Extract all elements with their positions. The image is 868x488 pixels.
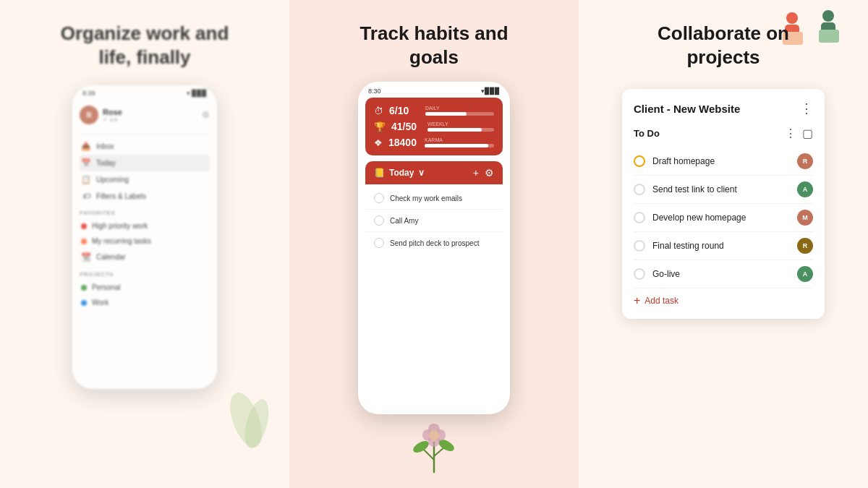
svg-rect-17 bbox=[819, 30, 839, 43]
sidebar-item-filters[interactable]: 🏷 Filters & Labels bbox=[80, 188, 210, 204]
karma-daily-row: ⏱ 6/10 DAILY bbox=[374, 105, 494, 116]
task-label-send: Send test link to client bbox=[652, 184, 737, 194]
task-card-left-4: Go-live bbox=[634, 268, 680, 280]
task-label-testing: Final testing round bbox=[652, 241, 724, 251]
project-task-2[interactable]: Develop new homepage M bbox=[634, 204, 813, 232]
user-sub: ✓ 1/4 bbox=[103, 116, 122, 123]
project-title: Client - New Website bbox=[634, 103, 740, 115]
task-avatar-3: R bbox=[797, 238, 813, 254]
task-circle-0 bbox=[374, 193, 384, 203]
right-panel: Collaborate onprojects Client - New Webs… bbox=[579, 0, 868, 488]
column-menu-icon[interactable]: ⋮ bbox=[785, 127, 796, 140]
weekly-label: WEEKLY bbox=[427, 121, 494, 127]
add-task-icon[interactable]: + bbox=[473, 167, 479, 179]
center-panel: Track habits andgoals 8:30 ▾▉▉▉ ⏱ 6/10 D… bbox=[289, 0, 579, 488]
karma-icon: ❖ bbox=[374, 137, 383, 148]
today-header: 📒 Today ∨ + ⚙ bbox=[365, 161, 503, 184]
task-label-1: Call Amy bbox=[390, 217, 418, 225]
task-item-0[interactable]: Check my work emails bbox=[365, 187, 503, 210]
karma-weekly-row: 🏆 41/50 WEEKLY bbox=[374, 121, 494, 132]
status-bar-center: 8:30 ▾▉▉▉ bbox=[358, 82, 510, 98]
center-heading: Track habits andgoals bbox=[359, 22, 508, 69]
daily-icon: ⏱ bbox=[374, 106, 383, 116]
projects-section-label: Projects bbox=[80, 271, 210, 278]
task-card-left-2: Develop new homepage bbox=[634, 212, 746, 223]
today-label-text: Today bbox=[389, 168, 414, 178]
left-phone-mockup: 8:39 ▾▉▉▉ R Rose ✓ 1/4 ⚙ 📥 Inbox 📅 bbox=[72, 85, 217, 389]
task-radio-4 bbox=[634, 268, 645, 280]
recurring-label: My recurring tasks bbox=[92, 237, 151, 245]
today-left-section: 📒 Today ∨ bbox=[374, 168, 425, 178]
time-center: 8:30 bbox=[368, 87, 381, 95]
project-menu-icon[interactable]: ⋮ bbox=[800, 100, 813, 116]
project-task-1[interactable]: Send test link to client A bbox=[634, 176, 813, 204]
task-label-golive: Go-live bbox=[652, 269, 680, 279]
user-avatar-row: R Rose ✓ 1/4 ⚙ bbox=[80, 103, 210, 127]
task-label-draft: Draft homepage bbox=[652, 156, 715, 166]
today-book-icon: 📒 bbox=[374, 168, 385, 178]
sidebar-item-personal[interactable]: Personal bbox=[80, 280, 210, 295]
right-heading: Collaborate onprojects bbox=[658, 22, 789, 69]
left-heading: Organize work andlife, finally bbox=[61, 22, 229, 69]
svg-point-5 bbox=[412, 439, 431, 455]
user-name: Rose bbox=[103, 108, 122, 116]
task-label-develop: Develop new homepage bbox=[652, 213, 746, 223]
divider-1 bbox=[80, 134, 210, 135]
today-actions: + ⚙ bbox=[473, 167, 494, 179]
column-header: To Do ⋮ ▢ bbox=[634, 127, 813, 140]
calendar-label: Calendar bbox=[96, 253, 126, 261]
inbox-label: Inbox bbox=[96, 142, 114, 150]
project-task-0[interactable]: Draft homepage R bbox=[634, 147, 813, 176]
user-info: Rose ✓ 1/4 bbox=[103, 108, 122, 123]
high-priority-dot bbox=[81, 223, 87, 229]
sidebar-item-recurring[interactable]: My recurring tasks bbox=[80, 234, 210, 249]
project-task-3[interactable]: Final testing round R bbox=[634, 232, 813, 260]
column-expand-icon[interactable]: ▢ bbox=[802, 127, 813, 140]
karma-label: KARMA bbox=[425, 137, 494, 142]
personal-label: Personal bbox=[92, 283, 120, 291]
calendar-icon: 📆 bbox=[81, 252, 91, 262]
recurring-dot bbox=[81, 239, 87, 244]
task-item-2[interactable]: Send pitch deck to prospect bbox=[365, 232, 503, 254]
high-priority-label: High priority work bbox=[92, 222, 148, 230]
status-bar-left: 8:39 ▾▉▉▉ bbox=[72, 85, 217, 98]
left-panel: Organize work andlife, finally 8:39 ▾▉▉▉… bbox=[0, 0, 289, 488]
karma-bar: KARMA bbox=[425, 137, 494, 147]
sidebar-item-inbox[interactable]: 📥 Inbox bbox=[80, 138, 210, 155]
column-title: To Do bbox=[634, 128, 660, 139]
task-label-0: Check my work emails bbox=[390, 194, 462, 202]
weekly-icon: 🏆 bbox=[374, 121, 386, 132]
weekly-bar: WEEKLY bbox=[427, 121, 494, 132]
daily-label: DAILY bbox=[425, 106, 494, 111]
filters-label: Filters & Labels bbox=[96, 192, 146, 200]
task-card-left-0: Draft homepage bbox=[634, 155, 715, 167]
task-item-1[interactable]: Call Amy bbox=[365, 210, 503, 232]
today-label: Today bbox=[96, 159, 116, 167]
task-radio-1 bbox=[634, 184, 645, 195]
sidebar-item-calendar[interactable]: 📆 Calendar bbox=[80, 249, 210, 265]
add-task-label: Add task bbox=[644, 296, 678, 306]
tasks-list: Check my work emails Call Amy Send pitch… bbox=[365, 184, 503, 257]
sidebar-item-work[interactable]: Work bbox=[80, 295, 210, 310]
time-left: 8:39 bbox=[82, 90, 95, 97]
center-phone-mockup: 8:30 ▾▉▉▉ ⏱ 6/10 DAILY 🏆 41/50 WEEKLY bbox=[358, 82, 510, 414]
karma-score-value: 18400 bbox=[388, 137, 419, 148]
add-task-button[interactable]: + Add task bbox=[634, 288, 813, 307]
task-circle-2 bbox=[374, 238, 384, 248]
sidebar-item-today[interactable]: 📅 Today bbox=[80, 155, 210, 171]
task-avatar-4: A bbox=[797, 266, 813, 282]
sidebar-item-upcoming[interactable]: 📋 Upcoming bbox=[80, 171, 210, 188]
svg-point-11 bbox=[429, 430, 439, 440]
project-task-4[interactable]: Go-live A bbox=[634, 260, 813, 288]
sidebar-item-high-priority[interactable]: High priority work bbox=[80, 218, 210, 234]
task-card-left-3: Final testing round bbox=[634, 240, 724, 252]
task-label-2: Send pitch deck to prospect bbox=[390, 239, 479, 247]
work-dot bbox=[81, 300, 87, 306]
user-avatar: R bbox=[80, 106, 98, 124]
today-icon: 📅 bbox=[81, 158, 91, 168]
task-circle-1 bbox=[374, 215, 384, 226]
svg-point-15 bbox=[822, 10, 834, 22]
settings-icon: ⚙ bbox=[202, 110, 210, 120]
work-label: Work bbox=[92, 299, 109, 307]
settings-today-icon[interactable]: ⚙ bbox=[485, 167, 494, 179]
